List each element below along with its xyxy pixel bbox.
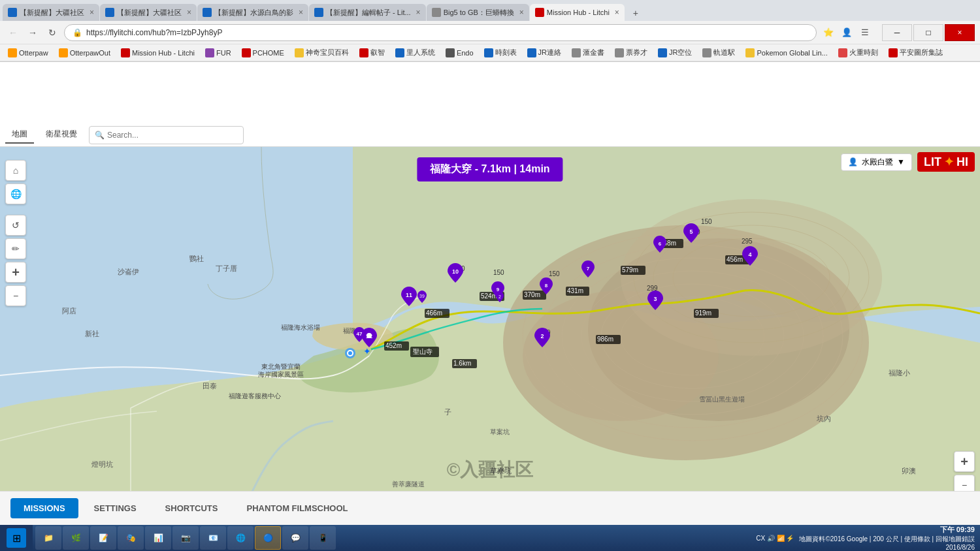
tab-missions[interactable]: MISSIONS — [10, 498, 78, 518]
bookmark-otterpaw[interactable]: Otterpaw — [4, 47, 52, 59]
bookmark-icon — [8, 48, 17, 57]
bookmark-icon — [702, 48, 711, 57]
user-icon: 👤 — [848, 157, 858, 166]
bookmark-ruizhi[interactable]: 叡智 — [355, 46, 389, 59]
taskbar-app-3[interactable]: 📝 — [90, 526, 116, 550]
tab-5[interactable]: Big5 to GB：巨蟒轉換 × — [427, 4, 529, 21]
tab-phantom-filmschool[interactable]: PHANTOM FILMSCHOOL — [233, 498, 361, 518]
bookmark-jr-seat[interactable]: JR空位 — [654, 46, 696, 59]
taskbar-app-10[interactable]: 💬 — [282, 526, 308, 550]
extensions-icon[interactable]: ⭐ — [821, 25, 836, 40]
bookmark-icon — [121, 48, 130, 57]
bookmark-icon — [59, 48, 68, 57]
rotate-button[interactable]: ↺ — [5, 215, 26, 236]
tab-title-5: Big5 to GB：巨蟒轉換 — [444, 8, 514, 18]
bookmark-kidomachi[interactable]: 軌道駅 — [698, 46, 739, 59]
bookmark-icon — [395, 48, 404, 57]
zoom-out-button[interactable]: − — [5, 285, 26, 306]
taskbar-app-7[interactable]: 📧 — [200, 526, 226, 550]
profile-icon[interactable]: 👤 — [839, 25, 855, 40]
search-box: 🔍 — [89, 126, 244, 144]
bookmark-missionhub[interactable]: Mission Hub - Litchi — [117, 47, 199, 59]
taskbar-app-8[interactable]: 🌐 — [227, 526, 253, 550]
svg-text:阿店: 阿店 — [62, 307, 76, 315]
svg-text:11: 11 — [406, 292, 412, 298]
bookmark-fur[interactable]: FUR — [201, 47, 235, 59]
bookmark-pchome[interactable]: PCHOME — [238, 47, 288, 59]
tab-2[interactable]: 【新提醒】大疆社区 × — [100, 4, 197, 21]
bookmark-train[interactable]: 火重時刻 — [834, 46, 882, 59]
bookmark-icon — [446, 48, 455, 57]
tab-close-5[interactable]: × — [519, 8, 524, 17]
bookmark-liren[interactable]: 里人系统 — [391, 46, 439, 59]
tab-close-1[interactable]: × — [90, 8, 94, 17]
bookmark-timetable[interactable]: 時刻表 — [480, 46, 521, 59]
new-tab-button[interactable]: + — [628, 5, 644, 21]
svg-text:聖山寺: 聖山寺 — [413, 348, 433, 355]
map-controls-right: + − — [954, 451, 975, 496]
search-input[interactable] — [107, 131, 238, 140]
bookmark-jr[interactable]: JR連絡 — [523, 46, 565, 59]
map-area[interactable]: 沙崙伊 阿店 新社 丁子厝 鸚社 田泰 福隆海水浴場 東北角暨宜蘭 海岸國家風景… — [0, 147, 980, 548]
tab-6[interactable]: Mission Hub - Litchi × — [530, 4, 625, 21]
bookmark-icon — [615, 48, 624, 57]
bookmark-pingan[interactable]: 平安圖所集誌 — [885, 46, 947, 59]
taskbar-app-2[interactable]: 🌿 — [63, 526, 89, 550]
bookmark-pokemon-wiki[interactable]: 神奇宝贝百科 — [291, 46, 353, 59]
taskbar-app-11[interactable]: 📱 — [310, 526, 336, 550]
taskbar-app-6[interactable]: 📷 — [172, 526, 199, 550]
home-button[interactable]: ⌂ — [5, 160, 26, 181]
svg-text:雪冨山黑生遊場: 雪冨山黑生遊場 — [699, 396, 745, 403]
svg-text:4: 4 — [748, 251, 751, 258]
bookmark-ticket[interactable]: 票券才 — [611, 46, 651, 59]
bookmark-otterpawout[interactable]: OtterpawOut — [55, 47, 114, 59]
tab-4[interactable]: 【新提醒】編輯帖子 - Lit... × — [309, 4, 426, 21]
start-button[interactable]: ⊞ — [0, 525, 33, 551]
svg-text:子: 子 — [444, 408, 451, 416]
tab-favicon-2 — [105, 8, 114, 17]
globe-button[interactable]: 🌐 — [5, 183, 26, 204]
taskbar-chrome[interactable]: 🔵 — [255, 526, 281, 550]
right-zoom-in-button[interactable]: + — [954, 451, 975, 472]
taskbar-app-5[interactable]: 📊 — [145, 526, 171, 550]
svg-text:海岸國家風景區: 海岸國家風景區 — [258, 371, 304, 378]
tab-close-4[interactable]: × — [416, 8, 421, 17]
tab-shortcuts[interactable]: SHORTCUTS — [152, 498, 231, 518]
bookmark-icon — [205, 48, 214, 57]
tab-close-2[interactable]: × — [187, 8, 191, 17]
pen-button[interactable]: ✏ — [5, 238, 26, 259]
taskbar-app-1[interactable]: 📁 — [35, 526, 61, 550]
tab-favicon-6 — [535, 8, 544, 17]
window-controls: ─ □ × — [882, 24, 975, 41]
back-button[interactable]: ← — [5, 25, 21, 40]
tab-favicon-1 — [8, 8, 17, 17]
user-button[interactable]: 👤 水殿白鷺 ▼ — [841, 153, 912, 171]
tab-3[interactable]: 【新提醒】水源白鳥的影 × — [197, 4, 308, 21]
tab-1[interactable]: 【新提醒】大疆社区 × — [3, 4, 99, 21]
url-bar[interactable]: 🔒 https://flylitchi.com/hub?m=IzbPJyh8yP — [64, 24, 817, 41]
svg-text:2: 2 — [540, 333, 544, 339]
menu-icon[interactable]: ☰ — [857, 25, 873, 40]
tab-title-1: 【新提醒】大疆社区 — [20, 8, 84, 18]
svg-text:2: 2 — [498, 294, 501, 299]
tab-close-3[interactable]: × — [299, 8, 303, 17]
bottom-tabs: MISSIONS SETTINGS SHORTCUTS PHANTOM FILM… — [0, 491, 980, 525]
bookmark-huijin[interactable]: 滙金書 — [568, 46, 608, 59]
bookmark-icon — [484, 48, 493, 57]
bookmark-pokemon-global[interactable]: Pokemon Global Lin... — [742, 47, 831, 59]
bookmark-icon — [242, 48, 251, 57]
taskbar-app-4[interactable]: 🎭 — [118, 526, 144, 550]
tab-settings[interactable]: SETTINGS — [81, 498, 150, 518]
maximize-button[interactable]: □ — [913, 24, 943, 41]
map-view-btn[interactable]: 地圖 — [5, 126, 34, 144]
satellite-view-btn[interactable]: 衛星視覺 — [39, 126, 84, 144]
svg-text:坑內: 坑內 — [816, 415, 831, 422]
svg-text:善萃廉隧道: 善萃廉隧道 — [392, 480, 425, 488]
zoom-in-button[interactable]: + — [5, 262, 26, 283]
tab-close-6[interactable]: × — [615, 8, 619, 17]
minimize-button[interactable]: ─ — [882, 24, 912, 41]
close-button[interactable]: × — [945, 24, 975, 41]
forward-button[interactable]: → — [25, 25, 41, 40]
reload-button[interactable]: ↻ — [44, 25, 60, 40]
bookmark-endo[interactable]: Endo — [442, 47, 478, 59]
